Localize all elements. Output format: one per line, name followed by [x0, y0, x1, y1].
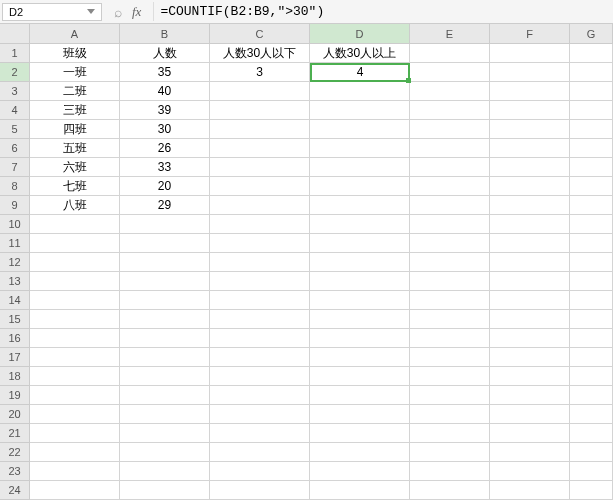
cell-C2[interactable]: 3: [210, 63, 310, 82]
cell-D9[interactable]: [310, 196, 410, 215]
cell-D10[interactable]: [310, 215, 410, 234]
dropdown-arrow-icon[interactable]: [87, 9, 95, 14]
cell-E23[interactable]: [410, 462, 490, 481]
cell-C11[interactable]: [210, 234, 310, 253]
cell-E20[interactable]: [410, 405, 490, 424]
cell-C19[interactable]: [210, 386, 310, 405]
cell-D22[interactable]: [310, 443, 410, 462]
cell-D21[interactable]: [310, 424, 410, 443]
cell-D4[interactable]: [310, 101, 410, 120]
cell-F6[interactable]: [490, 139, 570, 158]
cell-E18[interactable]: [410, 367, 490, 386]
cell-G5[interactable]: [570, 120, 613, 139]
cell-B23[interactable]: [120, 462, 210, 481]
cell-C12[interactable]: [210, 253, 310, 272]
row-header-14[interactable]: 14: [0, 291, 30, 310]
cell-B8[interactable]: 20: [120, 177, 210, 196]
col-header-D[interactable]: D: [310, 24, 410, 44]
cell-E10[interactable]: [410, 215, 490, 234]
cell-A8[interactable]: 七班: [30, 177, 120, 196]
col-header-C[interactable]: C: [210, 24, 310, 44]
row-header-15[interactable]: 15: [0, 310, 30, 329]
cell-G14[interactable]: [570, 291, 613, 310]
cell-A3[interactable]: 二班: [30, 82, 120, 101]
cell-G13[interactable]: [570, 272, 613, 291]
cell-A16[interactable]: [30, 329, 120, 348]
row-header-11[interactable]: 11: [0, 234, 30, 253]
cell-C3[interactable]: [210, 82, 310, 101]
cell-G22[interactable]: [570, 443, 613, 462]
cell-E14[interactable]: [410, 291, 490, 310]
cell-D12[interactable]: [310, 253, 410, 272]
row-header-22[interactable]: 22: [0, 443, 30, 462]
cell-B22[interactable]: [120, 443, 210, 462]
cell-B10[interactable]: [120, 215, 210, 234]
cell-F23[interactable]: [490, 462, 570, 481]
cell-D19[interactable]: [310, 386, 410, 405]
cell-C16[interactable]: [210, 329, 310, 348]
cell-B6[interactable]: 26: [120, 139, 210, 158]
row-header-1[interactable]: 1: [0, 44, 30, 63]
cell-G10[interactable]: [570, 215, 613, 234]
cell-F12[interactable]: [490, 253, 570, 272]
cell-A19[interactable]: [30, 386, 120, 405]
cell-C22[interactable]: [210, 443, 310, 462]
cell-D16[interactable]: [310, 329, 410, 348]
cell-F16[interactable]: [490, 329, 570, 348]
cell-G8[interactable]: [570, 177, 613, 196]
row-header-7[interactable]: 7: [0, 158, 30, 177]
cell-E19[interactable]: [410, 386, 490, 405]
cell-G9[interactable]: [570, 196, 613, 215]
cell-E3[interactable]: [410, 82, 490, 101]
cell-G18[interactable]: [570, 367, 613, 386]
cell-F9[interactable]: [490, 196, 570, 215]
cell-E6[interactable]: [410, 139, 490, 158]
cell-F1[interactable]: [490, 44, 570, 63]
cell-A4[interactable]: 三班: [30, 101, 120, 120]
cell-B12[interactable]: [120, 253, 210, 272]
cell-A9[interactable]: 八班: [30, 196, 120, 215]
cell-G24[interactable]: [570, 481, 613, 500]
row-header-9[interactable]: 9: [0, 196, 30, 215]
cell-B4[interactable]: 39: [120, 101, 210, 120]
select-all-corner[interactable]: [0, 24, 30, 44]
cell-A18[interactable]: [30, 367, 120, 386]
cell-A24[interactable]: [30, 481, 120, 500]
cell-D1[interactable]: 人数30人以上: [310, 44, 410, 63]
cell-D18[interactable]: [310, 367, 410, 386]
col-header-B[interactable]: B: [120, 24, 210, 44]
cell-B16[interactable]: [120, 329, 210, 348]
cell-F14[interactable]: [490, 291, 570, 310]
cell-B20[interactable]: [120, 405, 210, 424]
cell-E17[interactable]: [410, 348, 490, 367]
cell-B2[interactable]: 35: [120, 63, 210, 82]
cell-C13[interactable]: [210, 272, 310, 291]
cell-D7[interactable]: [310, 158, 410, 177]
cell-F24[interactable]: [490, 481, 570, 500]
cell-A15[interactable]: [30, 310, 120, 329]
cell-C21[interactable]: [210, 424, 310, 443]
fx-icon[interactable]: fx: [132, 4, 141, 20]
cell-F20[interactable]: [490, 405, 570, 424]
cell-A6[interactable]: 五班: [30, 139, 120, 158]
cell-A12[interactable]: [30, 253, 120, 272]
col-header-G[interactable]: G: [570, 24, 613, 44]
row-header-23[interactable]: 23: [0, 462, 30, 481]
cell-C23[interactable]: [210, 462, 310, 481]
cell-F15[interactable]: [490, 310, 570, 329]
cell-D5[interactable]: [310, 120, 410, 139]
cell-C18[interactable]: [210, 367, 310, 386]
cell-C7[interactable]: [210, 158, 310, 177]
row-header-13[interactable]: 13: [0, 272, 30, 291]
cell-C15[interactable]: [210, 310, 310, 329]
cell-D17[interactable]: [310, 348, 410, 367]
row-header-16[interactable]: 16: [0, 329, 30, 348]
cell-G17[interactable]: [570, 348, 613, 367]
cell-D2[interactable]: 4: [310, 63, 410, 82]
cell-F5[interactable]: [490, 120, 570, 139]
cell-C20[interactable]: [210, 405, 310, 424]
cell-B19[interactable]: [120, 386, 210, 405]
cell-F19[interactable]: [490, 386, 570, 405]
cell-E22[interactable]: [410, 443, 490, 462]
search-icon[interactable]: ⌕: [114, 4, 122, 20]
